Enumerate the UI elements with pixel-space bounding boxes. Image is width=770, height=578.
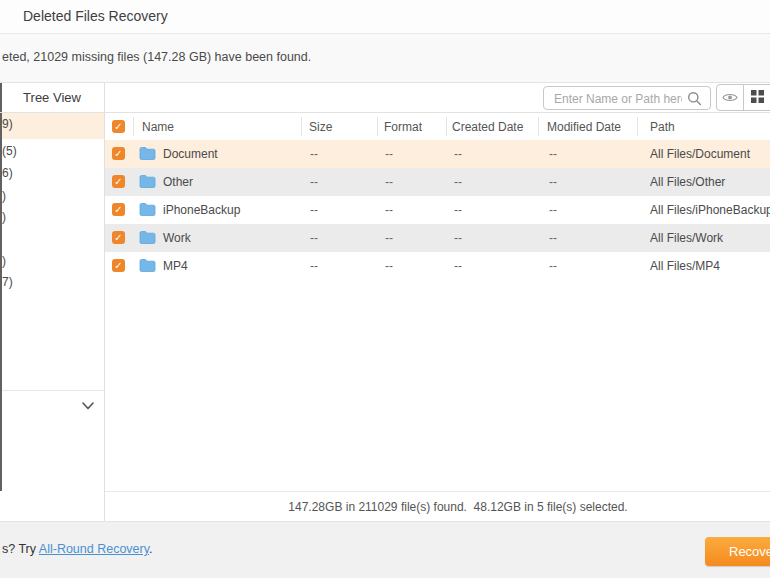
- column-header-size[interactable]: Size: [309, 120, 332, 134]
- tab-tree-view[interactable]: Tree View: [0, 83, 104, 112]
- file-format: --: [385, 231, 393, 245]
- checkmark-icon: ✓: [114, 122, 122, 132]
- file-size: --: [310, 147, 318, 161]
- column-divider: [377, 117, 378, 136]
- grid-view-button[interactable]: [744, 85, 770, 110]
- table-row[interactable]: ✓ Document -- -- -- -- All Files/Documen…: [105, 140, 770, 168]
- folder-icon: [139, 146, 156, 161]
- checkmark-icon: ✓: [114, 177, 122, 187]
- row-checkbox[interactable]: ✓: [112, 147, 125, 160]
- recover-button[interactable]: Recover: [705, 537, 770, 566]
- column-divider: [133, 117, 134, 136]
- column-header-name[interactable]: Name: [142, 120, 174, 134]
- file-size: --: [310, 259, 318, 273]
- tree-selected-row-highlight: [0, 112, 104, 139]
- tree-item-fragment[interactable]: 6): [2, 166, 13, 180]
- column-header-format[interactable]: Format: [384, 120, 422, 134]
- scan-summary-text: eted, 21029 missing files (147.28 GB) ha…: [2, 50, 311, 64]
- column-divider: [538, 117, 539, 136]
- select-all-checkbox[interactable]: ✓: [112, 120, 125, 133]
- search-icon[interactable]: [687, 91, 702, 106]
- file-name: Document: [163, 147, 218, 161]
- checkmark-icon: ✓: [114, 205, 122, 215]
- file-name: Other: [163, 175, 193, 189]
- table-row[interactable]: ✓ Work -- -- -- -- All Files/Work: [105, 224, 770, 252]
- file-created: --: [454, 175, 462, 189]
- folder-icon: [139, 230, 156, 245]
- tree-item-fragment[interactable]: (5): [2, 144, 17, 158]
- file-size: --: [310, 231, 318, 245]
- footer-bar: s? Try All-Round Recovery. Recover: [0, 521, 770, 578]
- file-format: --: [385, 147, 393, 161]
- folder-icon: [139, 202, 156, 217]
- footer-prompt-prefix: s? Try: [2, 542, 39, 556]
- column-header-created[interactable]: Created Date: [452, 120, 523, 134]
- all-round-recovery-link[interactable]: All-Round Recovery: [39, 542, 149, 556]
- table-header: ✓ Name Size Format Created Date Modified…: [105, 113, 770, 140]
- column-header-path[interactable]: Path: [650, 120, 675, 134]
- table-row[interactable]: ✓ MP4 -- -- -- -- All Files/MP4: [105, 252, 770, 280]
- file-name: Work: [163, 231, 191, 245]
- tree-item-fragment[interactable]: ): [2, 210, 6, 224]
- file-list: ✓ Document -- -- -- -- All Files/Documen…: [105, 140, 770, 280]
- status-summary: 147.28GB in 211029 file(s) found. 48.12G…: [288, 500, 627, 514]
- grid-view-icon: [751, 89, 764, 107]
- file-size: --: [310, 203, 318, 217]
- search-input[interactable]: [552, 88, 684, 110]
- column-divider: [446, 117, 447, 136]
- checkmark-icon: ✓: [114, 149, 122, 159]
- file-modified: --: [549, 203, 557, 217]
- file-modified: --: [549, 259, 557, 273]
- file-name: MP4: [163, 259, 188, 273]
- eye-icon: [722, 89, 738, 107]
- file-path: All Files/Other: [650, 175, 725, 189]
- folder-icon: [139, 174, 156, 189]
- row-checkbox[interactable]: ✓: [112, 231, 125, 244]
- tree-view-tab-label: Tree View: [0, 90, 104, 105]
- tree-item-fragment[interactable]: ): [2, 254, 6, 268]
- file-path: All Files/Work: [650, 231, 723, 245]
- row-checkbox[interactable]: ✓: [112, 203, 125, 216]
- table-row[interactable]: ✓ iPhoneBackup -- -- -- -- All Files/iPh…: [105, 196, 770, 224]
- checkmark-icon: ✓: [114, 233, 122, 243]
- checkmark-icon: ✓: [114, 261, 122, 271]
- sidebar-bottom-divider: [0, 390, 104, 391]
- file-size: --: [310, 175, 318, 189]
- tree-view-sidebar: Tree View 9) (5) 6) ) ) ) 7): [0, 83, 105, 521]
- view-toggle-group: [716, 84, 770, 111]
- column-divider: [637, 117, 638, 136]
- file-modified: --: [549, 231, 557, 245]
- tree-item-fragment[interactable]: 7): [2, 275, 13, 289]
- tree-item-fragment[interactable]: 9): [2, 117, 13, 131]
- preview-eye-button[interactable]: [717, 85, 743, 110]
- search-box: [543, 86, 711, 110]
- file-path: All Files/iPhoneBackup: [650, 203, 770, 217]
- column-header-modified[interactable]: Modified Date: [547, 120, 621, 134]
- file-created: --: [454, 147, 462, 161]
- file-format: --: [385, 175, 393, 189]
- row-checkbox[interactable]: ✓: [112, 175, 125, 188]
- file-path: All Files/MP4: [650, 259, 720, 273]
- deleted-files-recovery-window: Deleted Files Recovery eted, 21029 missi…: [0, 0, 770, 578]
- row-checkbox[interactable]: ✓: [112, 259, 125, 272]
- status-bar-divider: [105, 491, 770, 492]
- chevron-down-icon[interactable]: [80, 398, 96, 410]
- file-path: All Files/Document: [650, 147, 750, 161]
- title-bar: Deleted Files Recovery: [0, 0, 770, 34]
- file-created: --: [454, 259, 462, 273]
- file-modified: --: [549, 175, 557, 189]
- column-divider: [301, 117, 302, 136]
- footer-prompt: s? Try All-Round Recovery.: [2, 542, 153, 556]
- tree-item-fragment[interactable]: ): [2, 189, 6, 203]
- file-created: --: [454, 231, 462, 245]
- file-created: --: [454, 203, 462, 217]
- table-row[interactable]: ✓ Other -- -- -- -- All Files/Other: [105, 168, 770, 196]
- left-edge-line: [0, 83, 2, 491]
- scan-summary-strip: eted, 21029 missing files (147.28 GB) ha…: [0, 34, 770, 82]
- file-format: --: [385, 259, 393, 273]
- folder-icon: [139, 258, 156, 273]
- toolbar: [105, 83, 770, 112]
- footer-prompt-suffix: .: [149, 542, 152, 556]
- file-name: iPhoneBackup: [163, 203, 240, 217]
- page-title: Deleted Files Recovery: [23, 8, 168, 24]
